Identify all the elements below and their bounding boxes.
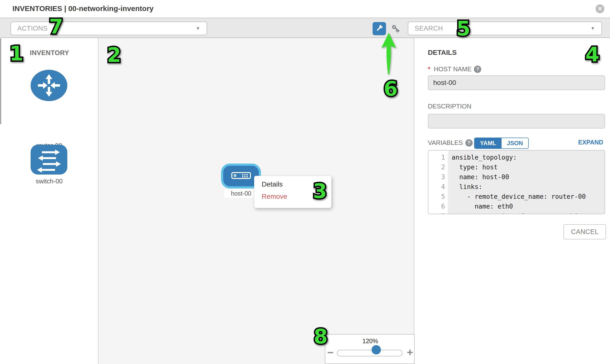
required-asterisk: * xyxy=(428,65,430,73)
help-icon[interactable]: ? xyxy=(474,65,481,73)
host-name-label: HOST NAME xyxy=(434,65,471,73)
variables-format-toggle: YAML JSON xyxy=(474,138,529,149)
variables-label-row: VARIABLES ? xyxy=(428,139,473,147)
description-label: DESCRIPTION xyxy=(428,103,471,110)
palette-item-router[interactable] xyxy=(31,70,67,101)
code-line: 6 name: eth0 xyxy=(428,201,605,211)
context-menu-item-details[interactable]: Details xyxy=(262,181,331,188)
topology-canvas[interactable]: host-00 Details Remove 120% − + xyxy=(98,38,414,364)
switch-icon xyxy=(31,171,67,175)
chevron-down-icon: ▼ xyxy=(590,26,595,31)
page-title: INVENTORIES | 00-networking-inventory xyxy=(13,4,154,13)
host-name-input[interactable] xyxy=(428,75,605,90)
details-panel: DETAILS * HOST NAME ? DESCRIPTION VARIAB… xyxy=(415,38,610,364)
host-name-label-row: * HOST NAME ? xyxy=(428,65,481,73)
chevron-down-icon: ▼ xyxy=(195,26,200,31)
sidebar-title: INVENTORY xyxy=(30,49,69,57)
details-title: DETAILS xyxy=(428,49,457,57)
variables-label: VARIABLES xyxy=(428,139,463,147)
inventory-topology-screen: INVENTORIES | 00-networking-inventory ✕ … xyxy=(0,0,610,364)
code-line: 7 remote_interface_name: eth0 xyxy=(428,211,605,214)
wrench-icon xyxy=(375,24,384,34)
search-dropdown[interactable]: SEARCH ▼ xyxy=(408,22,602,35)
key-credentials-icon[interactable] xyxy=(391,23,402,34)
zoom-level-value: 120% xyxy=(325,338,415,345)
router-icon xyxy=(31,98,67,102)
cancel-button[interactable]: CANCEL xyxy=(563,224,606,239)
actions-dropdown-placeholder: ACTIONS xyxy=(17,25,195,32)
zoom-in-button[interactable]: + xyxy=(407,348,413,357)
description-input[interactable] xyxy=(428,114,605,129)
code-line: 5 - remote_device_name: router-00 xyxy=(428,192,605,201)
code-line: 1ansible_topology: xyxy=(428,153,605,162)
zoom-slider-track[interactable] xyxy=(337,350,402,356)
code-line: 4 links: xyxy=(428,182,605,192)
inventory-sidebar: INVENTORY router-00 xyxy=(0,38,98,364)
json-toggle-button[interactable]: JSON xyxy=(502,138,528,148)
palette-item-label: switch-00 xyxy=(0,178,98,185)
help-icon[interactable]: ? xyxy=(465,139,473,147)
context-menu: Details Remove xyxy=(254,176,331,208)
tools-button[interactable] xyxy=(373,22,386,35)
host-server-icon xyxy=(231,172,251,180)
variables-code-editor[interactable]: 1ansible_topology: 2 type: host 3 name: … xyxy=(428,150,605,214)
sidebar-scrollbar[interactable] xyxy=(0,39,1,124)
context-menu-item-remove[interactable]: Remove xyxy=(262,193,331,200)
code-line: 2 type: host xyxy=(428,162,605,172)
code-line: 3 name: host-00 xyxy=(428,172,605,182)
actions-dropdown[interactable]: ACTIONS ▼ xyxy=(11,22,207,35)
palette-item-switch[interactable] xyxy=(31,145,67,175)
yaml-toggle-button[interactable]: YAML xyxy=(475,138,502,148)
zoom-slider-handle[interactable] xyxy=(372,345,381,354)
expand-link[interactable]: EXPAND xyxy=(578,139,603,146)
close-icon[interactable]: ✕ xyxy=(596,4,604,13)
host-node-label: host-00 xyxy=(224,189,258,198)
toolbar: ACTIONS ▼ xyxy=(0,18,610,38)
header: INVENTORIES | 00-networking-inventory ✕ xyxy=(0,0,610,18)
zoom-out-button[interactable]: − xyxy=(327,348,334,357)
search-placeholder: SEARCH xyxy=(415,25,590,32)
zoom-widget: 120% − + xyxy=(325,334,415,364)
